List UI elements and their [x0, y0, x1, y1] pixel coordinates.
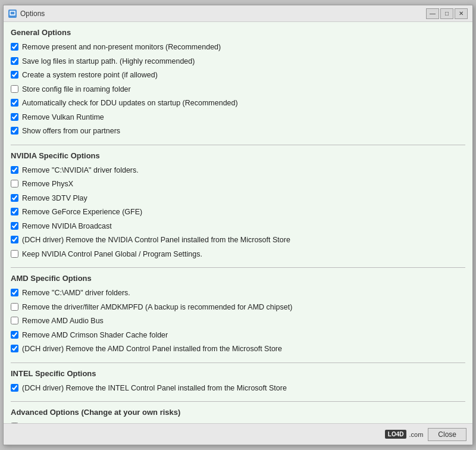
advanced-section: Advanced Options (Change at your own ris… [11, 408, 465, 423]
amd5-label: (DCH driver) Remove the AMD Control Pane… [22, 344, 282, 355]
window-icon [8, 10, 17, 18]
list-item: Remove 3DTV Play [11, 193, 465, 205]
amd3-checkbox[interactable] [11, 317, 18, 324]
list-item: Remove the driver/filter AMDKMPFD (A bac… [11, 302, 465, 314]
list-item: Create a system restore point (if allowe… [11, 70, 465, 82]
watermark-logo: LO4D [385, 430, 407, 439]
nv2-checkbox[interactable] [11, 180, 18, 188]
list-item: Remove Vulkan Runtime [11, 112, 465, 124]
gen7-label: Show offers from our partners [22, 126, 120, 137]
general-section-title: General Options [11, 28, 465, 37]
gen5-checkbox[interactable] [11, 99, 18, 107]
nv3-label: Remove 3DTV Play [22, 193, 87, 204]
gen1-checkbox[interactable] [11, 43, 18, 51]
amd-section: AMD Specific Options Remove "C:\AMD" dri… [11, 274, 465, 355]
svg-rect-1 [10, 15, 15, 15]
list-item: Remove "C:\NVIDIA" driver folders. [11, 165, 465, 177]
amd4-checkbox[interactable] [11, 331, 18, 339]
intel-section: INTEL Specific Options (DCH driver) Remo… [11, 369, 465, 395]
gen7-checkbox[interactable] [11, 127, 18, 135]
list-item: Remove AMD Crimson Shader Cache folder [11, 330, 465, 342]
watermark-domain: .com [409, 431, 423, 438]
nv6-label: (DCH driver) Remove the NVIDIA Control P… [22, 235, 290, 246]
amd3-label: Remove AMD Audio Bus [22, 316, 104, 327]
amd2-label: Remove the driver/filter AMDKMPFD (A bac… [22, 302, 292, 313]
nv5-checkbox[interactable] [11, 222, 18, 230]
divider-1 [11, 145, 465, 145]
amd-section-title: AMD Specific Options [11, 274, 465, 283]
list-item: Store config file in roaming folder [11, 84, 465, 96]
list-item: (DCH driver) Remove the NVIDIA Control P… [11, 235, 465, 246]
gen6-label: Remove Vulkan Runtime [22, 112, 104, 123]
nv5-label: Remove NVIDIA Broadcast [22, 221, 112, 232]
amd5-checkbox[interactable] [11, 345, 18, 352]
nv1-checkbox[interactable] [11, 166, 18, 174]
window-title: Options [20, 10, 45, 18]
watermark: LO4D .com [385, 430, 424, 439]
options-window: Options — □ ✕ General Options Remove pre… [3, 5, 473, 445]
list-item: Show offers from our partners [11, 126, 465, 138]
nv7-label: Keep NVIDIA Control Panel Global / Progr… [22, 249, 202, 260]
nvidia-section-title: NVIDIA Specific Options [11, 151, 465, 160]
gen2-label: Save log files in startup path. (Highly … [22, 57, 195, 67]
gen4-label: Store config file in roaming folder [22, 85, 131, 95]
gen4-checkbox[interactable] [11, 85, 18, 93]
title-bar-left: Options [8, 10, 45, 18]
general-section: General Options Remove present and non-p… [11, 28, 465, 138]
int1-checkbox[interactable] [11, 384, 18, 392]
maximize-button[interactable]: □ [440, 8, 453, 19]
gen3-label: Create a system restore point (if allowe… [22, 70, 158, 81]
nv7-checkbox[interactable] [11, 250, 18, 258]
gen3-checkbox[interactable] [11, 71, 18, 79]
divider-2 [11, 267, 465, 268]
main-content: General Options Remove present and non-p… [4, 22, 472, 423]
watermark-text: LO4D [388, 431, 404, 438]
amd1-checkbox[interactable] [11, 289, 18, 296]
window-close-button[interactable]: ✕ [455, 8, 468, 19]
title-bar: Options — □ ✕ [4, 5, 472, 22]
list-item: (DCH driver) Remove the INTEL Control Pa… [11, 383, 465, 395]
list-item: Remove PhysX [11, 179, 465, 190]
gen1-label: Remove present and non-present monitors … [22, 42, 221, 53]
intel-section-title: INTEL Specific Options [11, 369, 465, 378]
footer: LO4D .com Close [4, 423, 472, 445]
gen2-checkbox[interactable] [11, 57, 18, 65]
list-item: Remove present and non-present monitors … [11, 42, 465, 54]
divider-4 [11, 401, 465, 402]
list-item: Remove NVIDIA Broadcast [11, 221, 465, 233]
list-item: Automatically check for DDU updates on s… [11, 98, 465, 110]
list-item: Remove GeForce Experience (GFE) [11, 207, 465, 218]
nv2-label: Remove PhysX [22, 179, 73, 190]
nv6-checkbox[interactable] [11, 236, 18, 243]
divider-3 [11, 362, 465, 363]
amd2-checkbox[interactable] [11, 303, 18, 311]
nvidia-section: NVIDIA Specific Options Remove "C:\NVIDI… [11, 151, 465, 261]
nv4-label: Remove GeForce Experience (GFE) [22, 207, 142, 218]
list-item: Remove AMD Audio Bus [11, 315, 465, 327]
nv3-checkbox[interactable] [11, 194, 18, 202]
list-item: Remove "C:\AMD" driver folders. [11, 288, 465, 299]
list-item: (DCH driver) Remove the AMD Control Pane… [11, 343, 465, 355]
gen6-checkbox[interactable] [11, 113, 18, 121]
advanced-section-title: Advanced Options (Change at your own ris… [11, 408, 465, 417]
title-controls: — □ ✕ [426, 8, 468, 19]
amd4-label: Remove AMD Crimson Shader Cache folder [22, 330, 168, 341]
list-item: Save log files in startup path. (Highly … [11, 56, 465, 68]
nv1-label: Remove "C:\NVIDIA" driver folders. [22, 165, 139, 176]
list-item: Keep NVIDIA Control Panel Global / Progr… [11, 249, 465, 261]
close-button[interactable]: Close [428, 428, 466, 441]
svg-rect-0 [10, 11, 15, 15]
amd1-label: Remove "C:\AMD" driver folders. [22, 288, 130, 299]
int1-label: (DCH driver) Remove the INTEL Control Pa… [22, 383, 287, 394]
nv4-checkbox[interactable] [11, 208, 18, 215]
gen5-label: Automatically check for DDU updates on s… [22, 98, 238, 109]
minimize-button[interactable]: — [426, 8, 439, 19]
